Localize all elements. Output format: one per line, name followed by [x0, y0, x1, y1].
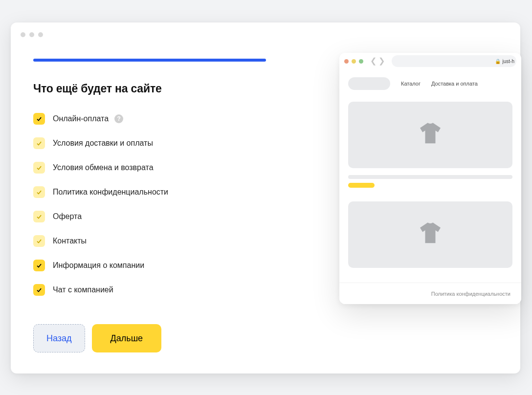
lock-icon: 🔒: [495, 59, 501, 64]
option-row[interactable]: Онлайн-оплата ?: [33, 113, 285, 125]
url-text: just-h: [503, 59, 514, 64]
option-row[interactable]: Условия доставки и оплаты: [33, 137, 285, 149]
nav-link-delivery[interactable]: Доставка и оплата: [431, 81, 478, 87]
option-label: Контакты: [53, 237, 87, 245]
option-label: Информация о компании: [53, 261, 144, 270]
option-row[interactable]: Контакты: [33, 235, 285, 247]
site-header: Каталог Доставка и оплата: [348, 77, 512, 90]
url-bar[interactable]: 🔒 just-h: [392, 55, 516, 67]
checkbox[interactable]: [33, 162, 45, 174]
chevron-right-icon[interactable]: ❯: [378, 57, 385, 65]
nav-link-catalog[interactable]: Каталог: [401, 81, 421, 87]
checkbox[interactable]: [33, 260, 45, 271]
chevron-left-icon[interactable]: ❮: [370, 57, 377, 65]
dot-icon: [359, 59, 363, 64]
option-row[interactable]: Оферта: [33, 211, 285, 222]
option-label: Условия доставки и оплаты: [53, 139, 153, 148]
window-dot: [21, 32, 25, 37]
checkbox[interactable]: [33, 186, 45, 198]
option-row[interactable]: Условия обмена и возврата: [33, 162, 285, 174]
window-dot: [29, 32, 34, 37]
option-label: Политика конфиденциальности: [53, 188, 168, 197]
preview-window-controls: [344, 59, 363, 64]
option-row[interactable]: Политика конфиденциальности: [33, 186, 285, 198]
checkbox[interactable]: [33, 235, 45, 247]
options-list: Онлайн-оплата ? Условия доставки и оплат…: [33, 113, 285, 296]
back-button[interactable]: Назад: [33, 324, 85, 352]
tshirt-icon: [417, 120, 444, 150]
window-dot: [38, 32, 43, 37]
footer-link-privacy[interactable]: Политика конфиденциальности: [431, 291, 510, 297]
product-card[interactable]: [348, 102, 512, 168]
text-placeholder: [348, 175, 512, 179]
help-icon[interactable]: ?: [114, 114, 123, 123]
preview-topbar: ❮ ❯ 🔒 just-h: [339, 53, 521, 69]
option-row[interactable]: Информация о компании: [33, 260, 285, 271]
checkbox[interactable]: [33, 284, 45, 296]
preview-body: Каталог Доставка и оплата: [339, 69, 521, 268]
product-card[interactable]: [348, 201, 512, 268]
page-title: Что ещё будет на сайте: [33, 82, 285, 95]
wizard-panel: Что ещё будет на сайте Онлайн-оплата ? У…: [11, 44, 307, 373]
option-row[interactable]: Чат с компанией: [33, 284, 285, 296]
checkbox[interactable]: [33, 113, 45, 125]
dot-icon: [352, 59, 356, 64]
price-placeholder: [348, 183, 375, 188]
checkbox[interactable]: [33, 137, 45, 149]
site-preview: ❮ ❯ 🔒 just-h Каталог Доставка и оплата П…: [339, 53, 521, 304]
option-label: Оферта: [53, 212, 82, 221]
window-controls: [21, 32, 43, 37]
option-label: Чат с компанией: [53, 285, 113, 294]
tshirt-icon: [417, 220, 444, 249]
progress-bar: [33, 59, 266, 62]
dot-icon: [344, 59, 349, 64]
option-label: Онлайн-оплата: [53, 114, 109, 123]
button-row: Назад Дальше: [33, 324, 285, 352]
preview-footer: Политика конфиденциальности: [339, 283, 521, 304]
next-button[interactable]: Дальше: [92, 324, 162, 352]
option-label: Условия обмена и возврата: [53, 163, 154, 172]
nav-arrows: ❮ ❯: [370, 57, 385, 65]
checkbox[interactable]: [33, 211, 45, 222]
logo-placeholder: [348, 77, 390, 90]
